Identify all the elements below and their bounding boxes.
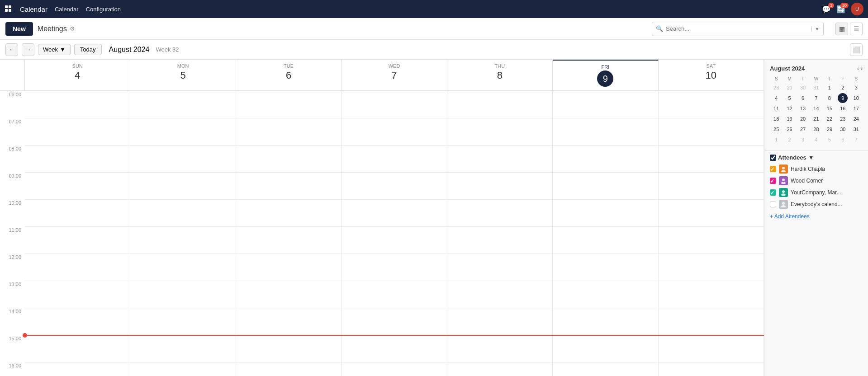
time-cell-9-0[interactable] — [25, 335, 130, 362]
mini-cal-cell-4-6[interactable]: 31 — [851, 124, 861, 134]
time-cell-4-2[interactable] — [236, 199, 342, 226]
mini-cal-cell-5-0[interactable]: 1 — [771, 135, 781, 145]
today-btn[interactable]: Today — [74, 44, 102, 55]
mini-cal-cell-1-6[interactable]: 10 — [851, 93, 861, 103]
time-cell-3-0[interactable] — [25, 172, 130, 199]
time-cell-1-5[interactable] — [553, 118, 658, 145]
list-view-btn[interactable]: ☰ — [850, 23, 863, 35]
time-cell-7-0[interactable] — [25, 281, 130, 308]
time-cell-0-4[interactable] — [447, 91, 553, 118]
time-cell-7-1[interactable] — [130, 281, 236, 308]
mini-cal-cell-0-4[interactable]: 1 — [825, 83, 835, 93]
time-cell-0-1[interactable] — [130, 91, 236, 118]
mini-cal-cell-0-1[interactable]: 29 — [785, 83, 795, 93]
time-cell-3-2[interactable] — [236, 172, 342, 199]
time-cell-5-5[interactable] — [553, 226, 658, 254]
day-header-tue[interactable]: TUE 6 — [236, 60, 342, 90]
attendees-header[interactable]: Attendees ▼ — [770, 154, 863, 161]
time-cell-4-0[interactable] — [25, 199, 130, 226]
calendar-grid[interactable]: SUN 4 MON 5 TUE 6 WED 7 THU 8 FRI 9 — [0, 60, 764, 376]
mini-cal-cell-0-0[interactable]: 28 — [771, 83, 781, 93]
time-cell-0-2[interactable] — [236, 91, 342, 118]
time-cell-4-5[interactable] — [553, 199, 658, 226]
add-attendees-btn[interactable]: + Add Attendees — [770, 212, 863, 221]
time-cell-6-1[interactable] — [130, 254, 236, 281]
attendee-checkbox-1[interactable] — [770, 178, 776, 184]
mini-cal-cell-2-4[interactable]: 15 — [825, 103, 835, 113]
mini-cal-cell-0-5[interactable]: 2 — [838, 83, 848, 93]
mini-cal-cell-4-2[interactable]: 27 — [798, 124, 808, 134]
mini-cal-cell-1-3[interactable]: 7 — [811, 93, 821, 103]
day-header-wed[interactable]: WED 7 — [342, 60, 447, 90]
time-cell-1-3[interactable] — [342, 118, 447, 145]
panel-toggle-btn[interactable]: ⬜ — [850, 43, 863, 56]
time-cell-2-0[interactable] — [25, 145, 130, 172]
time-cell-3-5[interactable] — [553, 172, 658, 199]
time-cell-5-3[interactable] — [342, 226, 447, 254]
search-input[interactable] — [666, 25, 810, 32]
time-cell-0-5[interactable] — [553, 91, 658, 118]
mini-cal-cell-3-1[interactable]: 19 — [785, 114, 795, 124]
mini-cal-cell-4-0[interactable]: 25 — [771, 124, 781, 134]
mini-cal-cell-4-3[interactable]: 28 — [811, 124, 821, 134]
mini-cal-prev[interactable]: ‹ — [857, 66, 859, 72]
day-header-fri[interactable]: FRI 9 — [553, 60, 658, 90]
mini-cal-cell-1-0[interactable]: 4 — [771, 93, 781, 103]
mini-cal-cell-5-5[interactable]: 6 — [838, 135, 848, 145]
time-cell-7-4[interactable] — [447, 281, 553, 308]
notifications-btn[interactable]: 💬3 — [822, 5, 831, 14]
time-cell-6-4[interactable] — [447, 254, 553, 281]
time-cell-3-4[interactable] — [447, 172, 553, 199]
mini-cal-cell-2-3[interactable]: 14 — [811, 103, 821, 113]
time-cell-6-0[interactable] — [25, 254, 130, 281]
mini-cal-cell-5-2[interactable]: 3 — [798, 135, 808, 145]
mini-cal-cell-4-4[interactable]: 29 — [825, 124, 835, 134]
mini-cal-cell-1-1[interactable]: 5 — [785, 93, 795, 103]
time-cell-1-6[interactable] — [659, 118, 764, 145]
menu-configuration[interactable]: Configuration — [86, 6, 121, 13]
calendar-view-btn[interactable]: ▦ — [835, 23, 848, 35]
time-cell-4-6[interactable] — [659, 199, 764, 226]
day-header-sun[interactable]: SUN 4 — [25, 60, 130, 90]
settings-icon[interactable]: ⚙ — [70, 25, 75, 32]
time-cell-8-6[interactable] — [659, 308, 764, 335]
time-cell-10-3[interactable] — [342, 362, 447, 376]
mini-cal-cell-3-5[interactable]: 23 — [838, 114, 848, 124]
attendee-checkbox-3[interactable] — [770, 201, 776, 207]
time-cell-7-5[interactable] — [553, 281, 658, 308]
mini-cal-next[interactable]: › — [861, 66, 863, 72]
time-cell-9-4[interactable] — [447, 335, 553, 362]
time-cell-5-4[interactable] — [447, 226, 553, 254]
time-cell-6-3[interactable] — [342, 254, 447, 281]
mini-cal-cell-2-0[interactable]: 11 — [771, 103, 781, 113]
prev-btn[interactable]: ← — [5, 43, 18, 56]
time-cell-2-4[interactable] — [447, 145, 553, 172]
time-cell-7-3[interactable] — [342, 281, 447, 308]
time-cell-1-2[interactable] — [236, 118, 342, 145]
mini-cal-cell-1-4[interactable]: 8 — [825, 93, 835, 103]
user-avatar[interactable]: U — [851, 3, 863, 15]
mini-cal-cell-5-6[interactable]: 7 — [851, 135, 861, 145]
time-cell-9-5[interactable] — [553, 335, 658, 362]
next-btn[interactable]: → — [22, 43, 34, 56]
time-cell-0-0[interactable] — [25, 91, 130, 118]
attendee-checkbox-0[interactable] — [770, 166, 776, 172]
time-cell-5-0[interactable] — [25, 226, 130, 254]
day-header-mon[interactable]: MON 5 — [130, 60, 236, 90]
mini-cal-cell-2-6[interactable]: 17 — [851, 103, 861, 113]
mini-cal-cell-0-3[interactable]: 31 — [811, 83, 821, 93]
time-cell-4-4[interactable] — [447, 199, 553, 226]
time-cell-6-5[interactable] — [553, 254, 658, 281]
mini-cal-cell-0-2[interactable]: 30 — [798, 83, 808, 93]
time-cell-7-6[interactable] — [659, 281, 764, 308]
time-cell-8-2[interactable] — [236, 308, 342, 335]
mini-cal-cell-3-3[interactable]: 21 — [811, 114, 821, 124]
menu-calendar[interactable]: Calendar — [55, 6, 79, 13]
updates-btn[interactable]: 🔄30 — [836, 5, 845, 14]
mini-cal-cell-2-1[interactable]: 12 — [785, 103, 795, 113]
time-cell-5-1[interactable] — [130, 226, 236, 254]
time-cell-3-1[interactable] — [130, 172, 236, 199]
week-selector[interactable]: Week ▼ — [38, 44, 71, 55]
mini-cal-cell-0-6[interactable]: 3 — [851, 83, 861, 93]
time-cell-3-6[interactable] — [659, 172, 764, 199]
